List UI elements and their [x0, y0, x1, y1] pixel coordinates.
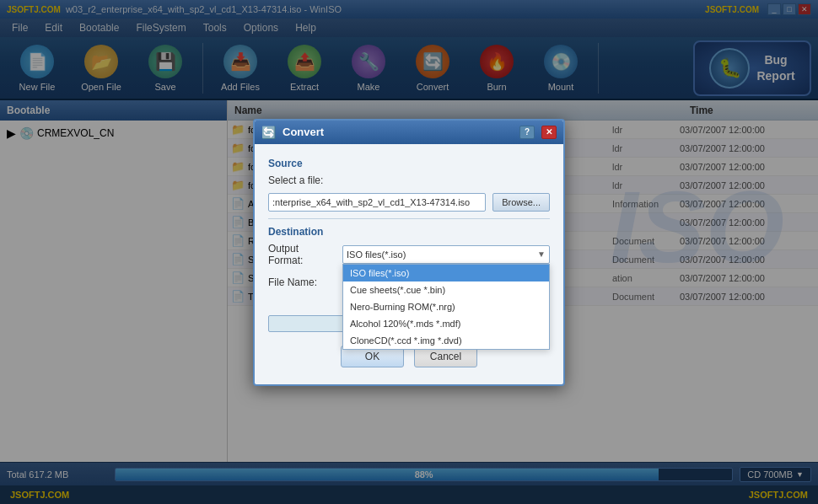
select-file-label: Select a file:: [268, 174, 336, 186]
format-dropdown-arrow: ▼: [537, 249, 546, 259]
browse-button[interactable]: Browse...: [492, 193, 550, 212]
section-divider: [268, 218, 550, 219]
format-option-ccd[interactable]: CloneCD(*.ccd *.img *.dvd): [343, 332, 549, 349]
file-path-row: Browse...: [268, 193, 550, 212]
modal-titlebar: 🔄 Convert ? ✕: [255, 121, 563, 144]
modal-close-button[interactable]: ✕: [541, 126, 557, 139]
format-option-mds[interactable]: Alcohol 120%(*.mds *.mdf): [343, 315, 549, 332]
modal-help-button[interactable]: ?: [519, 126, 535, 139]
output-format-label: Output Format:: [268, 243, 336, 266]
format-selected-value: ISO files(*.iso): [347, 249, 406, 260]
format-option-iso[interactable]: ISO files(*.iso): [343, 265, 549, 281]
format-option-nrg[interactable]: Nero-Burning ROM(*.nrg): [343, 298, 549, 315]
format-dropdown: ISO files(*.iso) Cue sheets(*.cue *.bin)…: [342, 264, 550, 350]
format-option-cue[interactable]: Cue sheets(*.cue *.bin): [343, 281, 549, 298]
file-name-label: File Name:: [268, 276, 336, 288]
output-format-row: Output Format: ISO files(*.iso) ▼ ISO fi…: [268, 243, 550, 266]
file-path-input[interactable]: [268, 193, 486, 212]
select-file-row: Select a file:: [268, 174, 550, 186]
modal-title-icon: 🔄: [261, 126, 276, 139]
format-select-wrapper: ISO files(*.iso) ▼ ISO files(*.iso) Cue …: [342, 245, 550, 264]
convert-dialog: 🔄 Convert ? ✕ Source Select a file: Brow…: [253, 119, 565, 386]
source-section-label: Source: [268, 158, 550, 169]
modal-overlay: 🔄 Convert ? ✕ Source Select a file: Brow…: [0, 0, 818, 504]
modal-title-text: Convert: [283, 126, 513, 138]
format-select[interactable]: ISO files(*.iso) ▼: [342, 245, 550, 264]
destination-section-label: Destination: [268, 226, 550, 238]
modal-body: Source Select a file: Browse... Destinat…: [255, 144, 563, 384]
